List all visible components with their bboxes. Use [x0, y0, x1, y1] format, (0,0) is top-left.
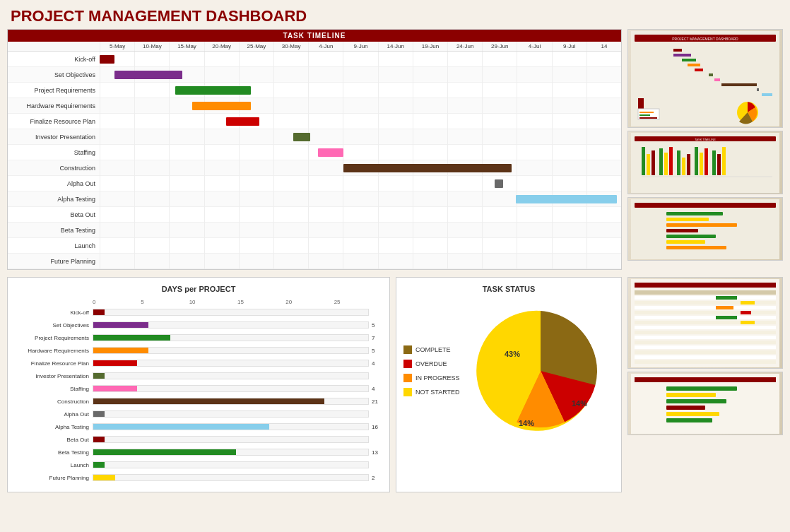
thumbnail-2: TASK TIMELINE [627, 131, 783, 194]
svg-rect-34 [712, 150, 716, 175]
bar-label: Future Planning [15, 475, 93, 481]
bar-row: Investor Presentation [15, 370, 382, 382]
bar-scale-tick: 0 [93, 299, 141, 305]
bar-fill [93, 335, 170, 341]
gantt-date-cell: 29-Jun [482, 42, 517, 51]
gantt-bars-area [100, 191, 621, 207]
bar-label: Finalize Resource Plan [15, 360, 93, 367]
bar-track [93, 334, 369, 341]
gantt-bars-area [100, 114, 621, 129]
bar-label: Investor Presentation [15, 373, 93, 379]
svg-text:14%: 14% [519, 419, 534, 427]
svg-rect-80 [666, 418, 712, 422]
svg-rect-36 [722, 147, 726, 175]
gantt-task-label: Finalize Resource Plan [8, 118, 100, 125]
legend-notstarted-color [403, 388, 412, 396]
svg-rect-17 [639, 114, 650, 116]
bar-track [93, 461, 369, 468]
bar-value: 5 [372, 322, 382, 329]
legend-overdue: OVERDUE [403, 360, 460, 368]
bar-fill [93, 424, 269, 430]
bar-label: Project Requirements [15, 335, 93, 341]
bar-scale-tick: 15 [237, 299, 285, 305]
bar-track [93, 321, 369, 329]
gantt-task-row: Set Objectives [8, 67, 621, 83]
legend-complete: COMPLETE [403, 345, 460, 354]
bar-fill [93, 322, 148, 328]
bar-rows: Kick-offSet Objectives5Project Requireme… [15, 307, 382, 483]
svg-rect-63 [635, 345, 776, 349]
svg-rect-24 [652, 150, 655, 175]
svg-rect-16 [639, 117, 657, 119]
gantt-task-row: Finalize Resource Plan [8, 114, 621, 129]
gantt-task-row: Beta Out [8, 207, 621, 223]
svg-rect-68 [741, 301, 755, 305]
gantt-bars-area [100, 223, 621, 238]
legend-notstarted: NOT STARTED [403, 388, 460, 396]
gantt-date-cell: 19-Jun [413, 42, 447, 51]
bar-scale-tick: 5 [141, 299, 189, 305]
bar-row: Finalize Resource Plan4 [15, 357, 382, 369]
svg-rect-70 [741, 311, 751, 314]
page-title: PROJECT MANAGEMENT DASHBOARD [0, 0, 790, 29]
svg-rect-62 [635, 341, 776, 344]
bar-row: Hardware Requirements5 [15, 345, 382, 356]
gantt-bar [100, 55, 114, 64]
bar-fill [93, 386, 137, 391]
svg-text:PROJECT MANAGEMENT DASHBOARD: PROJECT MANAGEMENT DASHBOARD [672, 37, 738, 41]
gantt-bar [114, 71, 182, 79]
bar-track [93, 474, 369, 481]
bar-fill [93, 348, 148, 353]
gantt-task-row: Alpha Out [8, 176, 621, 191]
bar-fill [93, 398, 324, 404]
bar-value: 7 [372, 335, 382, 341]
legend-inprogress: IN PROGRESS [403, 374, 460, 382]
legend-complete-label: COMPLETE [415, 346, 451, 353]
svg-rect-18 [639, 112, 654, 113]
bar-fill [93, 462, 105, 468]
bar-track [93, 372, 369, 379]
gantt-date-cell: 30-May [273, 42, 308, 51]
gantt-task-label: Investor Presentation [8, 134, 100, 141]
gantt-title: TASK TIMELINE [8, 30, 621, 42]
gantt-task-label: Beta Testing [8, 227, 100, 234]
bar-label: Hardware Requirements [15, 348, 93, 354]
gantt-date-cell: 14-Jun [378, 42, 413, 51]
gantt-bars-area [100, 160, 621, 176]
bar-row: Future Planning2 [15, 472, 382, 483]
bar-track [93, 385, 369, 392]
bar-label: Staffing [15, 386, 93, 392]
legend-inprogress-label: IN PROGRESS [415, 374, 460, 382]
bar-track [93, 360, 369, 367]
thumbnail-r2 [627, 372, 783, 435]
svg-rect-42 [666, 223, 737, 227]
gantt-bars-area [100, 238, 621, 254]
svg-rect-72 [741, 321, 755, 324]
gantt-date-cell: 5-May [100, 42, 134, 51]
svg-rect-35 [717, 154, 721, 175]
svg-rect-71 [716, 316, 737, 319]
svg-rect-59 [635, 326, 776, 329]
gantt-date-cell: 15-May [169, 42, 204, 51]
svg-rect-40 [666, 212, 723, 215]
bar-row: Alpha Out [15, 408, 382, 420]
gantt-label-spacer [8, 42, 100, 51]
thumbnail-area: PROJECT MANAGEMENT DASHBOARD [627, 29, 783, 270]
gantt-bars-area [100, 98, 621, 114]
gantt-task-label: Alpha Out [8, 180, 100, 187]
bar-track [93, 449, 369, 456]
bar-scale: 0510152025 [93, 299, 382, 305]
bar-fill [93, 449, 236, 455]
gantt-bars-area [100, 67, 621, 83]
svg-rect-44 [666, 235, 716, 238]
app-container: PROJECT MANAGEMENT DASHBOARD TASK TIMELI… [0, 0, 790, 500]
bar-value: 4 [372, 360, 382, 367]
bar-scale-tick: 20 [285, 299, 334, 305]
svg-rect-45 [666, 240, 705, 244]
bar-scale-tick: 10 [189, 299, 237, 305]
bar-label: Alpha Out [15, 411, 93, 418]
bar-chart: DAYS per PROJECT 0510152025 Kick-offSet … [7, 277, 390, 492]
gantt-date-cell: 14 [586, 42, 621, 51]
bottom-section: DAYS per PROJECT 0510152025 Kick-offSet … [7, 277, 783, 492]
svg-rect-25 [659, 148, 663, 175]
